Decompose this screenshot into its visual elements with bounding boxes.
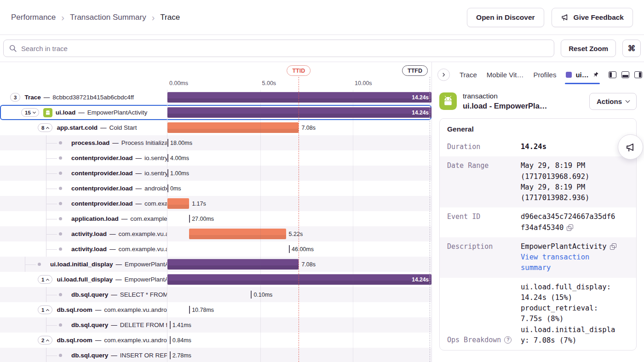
- copy-icon[interactable]: [567, 224, 573, 231]
- transaction-swatch-icon: [566, 72, 572, 78]
- trace-row-app.start.cold[interactable]: 8app.start.cold—Cold Start7.08s: [0, 120, 431, 135]
- trace-row-db.sql.room[interactable]: 1db.sql.room—com.example.vu.android10.78…: [0, 302, 431, 317]
- dock-bottom-icon[interactable]: [621, 71, 629, 78]
- reset-zoom-button[interactable]: Reset Zoom: [561, 40, 616, 57]
- span-bar[interactable]: [189, 229, 286, 239]
- span-count-badge[interactable]: 2: [38, 336, 52, 345]
- tree-dot: [59, 202, 62, 205]
- transaction-kind: transaction: [463, 92, 551, 100]
- span-bar[interactable]: [167, 259, 299, 270]
- date-range-value: May 29, 8:19 PM(1717013968.692)May 29, 8…: [521, 161, 619, 203]
- span-tick: [170, 321, 171, 329]
- description-key: Description: [447, 241, 521, 274]
- span-tick: [189, 215, 190, 223]
- trace-row-ui.load.full_display[interactable]: 1ui.load.full_display—EmpowerPlantActivi…: [0, 272, 431, 287]
- breadcrumb: Performance › Transaction Summary › Trac…: [11, 13, 180, 22]
- tree-dot: [59, 247, 62, 251]
- tree-dot: [59, 172, 62, 175]
- breadcrumb-performance[interactable]: Performance: [11, 13, 56, 22]
- date-range-row: Date Range May 29, 8:19 PM(1717013968.69…: [440, 156, 636, 207]
- span-count-badge[interactable]: 8: [38, 123, 52, 132]
- span-count-badge[interactable]: 15: [21, 108, 39, 117]
- event-id-row: Event ID d96eca345c724667a35df6f34af4534…: [440, 207, 636, 237]
- layout-controls: [609, 71, 642, 78]
- span-tick: [167, 154, 168, 162]
- trace-toolbar: Reset Zoom ⌘: [0, 35, 644, 62]
- megaphone-icon: [561, 13, 569, 22]
- span-tick: [170, 336, 171, 344]
- tree-dot: [59, 187, 62, 190]
- trace-row-activity.load[interactable]: activity.load—com.example.vu.android.Mai…: [0, 241, 431, 257]
- trace-row-db.sql.query[interactable]: db.sql.query—DELETE FROM favorite_produc…: [0, 317, 431, 333]
- transaction-header: transaction ui.load - EmpowerPlantActivi…: [432, 84, 644, 116]
- span-bar[interactable]: [167, 122, 299, 133]
- transaction-titles: transaction ui.load - EmpowerPlantActivi…: [463, 92, 551, 110]
- span-bar[interactable]: 14.24s: [167, 107, 431, 118]
- trace-row-contentprovider.load[interactable]: contentprovider.load—io.sentry.android.c…: [0, 150, 431, 166]
- tab-span-detail[interactable]: ui…: [566, 65, 598, 84]
- ttid-marker: TTID: [287, 65, 310, 76]
- tab-mobile-vitals[interactable]: Mobile Vit…: [487, 65, 524, 84]
- dock-left-icon[interactable]: [609, 71, 616, 78]
- trace-waterfall: 0.00ms5.00s10.00s 3Trace—8cbbcd38721b415…: [0, 62, 431, 362]
- panel-tabs: Trace Mobile Vit… Profiles ui…: [432, 62, 644, 84]
- date-range-key: Date Range: [447, 161, 521, 203]
- trace-row-process.load[interactable]: process.load—Process Initialization18.00…: [0, 135, 431, 150]
- trace-row-db.sql.room[interactable]: 2db.sql.room—com.example.vu.android0.84m…: [0, 333, 431, 348]
- dock-right-icon[interactable]: [634, 71, 642, 78]
- trace-row-Trace[interactable]: 3Trace—8cbbcd38721b415ab6cbdc4ff14.24s: [0, 90, 431, 105]
- trace-row-ui.load[interactable]: 15ui.load—EmpowerPlantActivity14.24s: [0, 105, 431, 120]
- trace-row-db.sql.query[interactable]: db.sql.query—INSERT OR REPLACE INTO favo…: [0, 348, 431, 362]
- actions-button[interactable]: Actions: [589, 93, 637, 110]
- copy-icon[interactable]: [610, 243, 616, 250]
- span-tick: [251, 291, 252, 299]
- expand-panel-button[interactable]: [437, 69, 450, 81]
- give-feedback-label: Give Feedback: [574, 13, 624, 22]
- main-split: 0.00ms5.00s10.00s 3Trace—8cbbcd38721b415…: [0, 62, 644, 362]
- view-transaction-summary-link[interactable]: View transaction summary: [521, 252, 619, 274]
- search-box: [3, 40, 554, 57]
- duration-value: 14.24s: [521, 142, 619, 152]
- pin-icon[interactable]: [592, 71, 599, 78]
- trace-row-activity.load[interactable]: activity.load—com.example.vu.android.Mai…: [0, 226, 431, 241]
- span-tick: [170, 351, 171, 359]
- help-icon[interactable]: ?: [504, 336, 512, 344]
- span-bar[interactable]: 14.24s: [167, 274, 431, 285]
- trace-row-contentprovider.load[interactable]: contentprovider.load—io.sentry.android.c…: [0, 166, 431, 181]
- trace-row-db.sql.query[interactable]: db.sql.query—SELECT * FROM favorite_prod…: [0, 287, 431, 302]
- open-in-discover-label: Open in Discover: [476, 13, 535, 22]
- time-tick-label: 10.00s: [355, 80, 372, 86]
- megaphone-icon: [625, 142, 636, 153]
- transaction-title: ui.load - EmpowerPlantActivity: [463, 102, 551, 110]
- tree-dot: [59, 217, 62, 220]
- command-shortcut-button[interactable]: ⌘: [622, 40, 641, 57]
- search-input[interactable]: [3, 40, 554, 57]
- span-bar[interactable]: [167, 198, 189, 209]
- time-tick-label: 0.00ms: [169, 80, 188, 86]
- trace-row-ui.load.initial_display[interactable]: ui.load.initial_display—EmpowerPlantActi…: [0, 257, 431, 272]
- span-count-badge[interactable]: 1: [38, 275, 52, 284]
- ttfd-marker: TTFD: [402, 65, 428, 76]
- span-tick: [167, 169, 168, 177]
- ops-breakdown-value: ui.load.full_display: 14.24s (15%)produc…: [521, 282, 619, 346]
- trace-rows: 3Trace—8cbbcd38721b415ab6cbdc4ff14.24s15…: [0, 90, 431, 362]
- open-in-discover-button[interactable]: Open in Discover: [467, 8, 544, 27]
- chevron-separator-icon: ›: [152, 13, 155, 22]
- give-feedback-button[interactable]: Give Feedback: [552, 8, 633, 27]
- span-bar[interactable]: 14.24s: [167, 92, 431, 103]
- tab-trace[interactable]: Trace: [460, 65, 477, 84]
- ops-breakdown-key: Ops Breakdown ?: [447, 335, 521, 345]
- tab-profiles[interactable]: Profiles: [533, 65, 556, 84]
- span-tick: [167, 139, 168, 147]
- tab-span-detail-label: ui…: [575, 71, 588, 79]
- trace-row-contentprovider.load[interactable]: contentprovider.load—com.example.vu.andr…: [0, 196, 431, 211]
- feedback-floating-button[interactable]: [618, 134, 643, 160]
- breadcrumb-transaction-summary[interactable]: Transaction Summary: [70, 13, 146, 22]
- span-count-badge[interactable]: 3: [10, 93, 20, 102]
- general-section-title: General: [440, 119, 636, 138]
- trace-row-application.load[interactable]: application.load—com.example.vu.android2…: [0, 211, 431, 226]
- trace-row-contentprovider.load[interactable]: contentprovider.load—androidx.startup.In…: [0, 181, 431, 196]
- search-icon: [8, 44, 17, 55]
- span-count-badge[interactable]: 1: [38, 305, 52, 314]
- android-icon: [43, 108, 52, 117]
